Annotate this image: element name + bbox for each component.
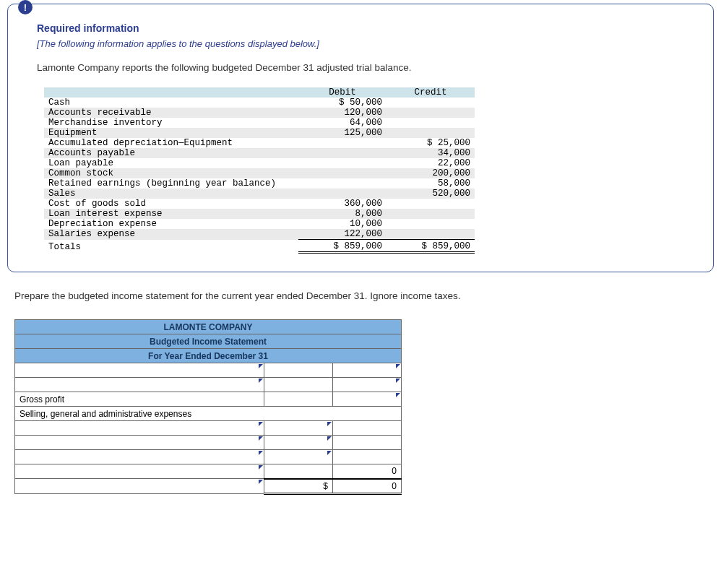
trial-debit — [298, 189, 387, 199]
income-statement-table: LAMONTE COMPANY Budgeted Income Statemen… — [14, 319, 402, 495]
trial-debit: $ 50,000 — [298, 98, 387, 108]
income-blank-cell — [333, 421, 402, 436]
trial-debit: 122,000 — [298, 229, 387, 240]
income-expense2-amount[interactable] — [264, 436, 333, 450]
prepare-prompt: Prepare the budgeted income statement fo… — [14, 290, 714, 301]
income-gross-profit-amount[interactable] — [333, 392, 402, 407]
trial-credit — [387, 199, 475, 209]
trial-credit — [387, 219, 475, 229]
required-description: Lamonte Company reports the following bu… — [37, 62, 691, 73]
income-header-company: LAMONTE COMPANY — [15, 320, 402, 334]
trial-debit: 360,000 — [298, 199, 387, 209]
income-total-exp-select[interactable] — [15, 464, 264, 479]
income-cogs-select[interactable] — [15, 378, 264, 392]
trial-credit: 34,000 — [387, 148, 475, 158]
trial-total-credit: $ 859,000 — [387, 240, 475, 253]
trial-credit — [387, 128, 475, 138]
trial-acct: Accounts payable — [44, 148, 298, 158]
trial-balance-table: Debit Credit Cash$ 50,000 Accounts recei… — [44, 87, 475, 254]
trial-credit-header: Credit — [387, 87, 475, 98]
income-gross-profit-label: Gross profit — [15, 392, 264, 407]
income-expense1-select[interactable] — [15, 421, 264, 436]
income-blank-cell — [333, 450, 402, 464]
income-blank-cell — [264, 464, 333, 479]
trial-debit — [298, 148, 387, 158]
income-expense3-amount[interactable] — [264, 450, 333, 464]
trial-debit — [298, 138, 387, 148]
income-sga-header: Selling, general and administrative expe… — [15, 407, 402, 421]
income-sales-select[interactable] — [15, 363, 264, 378]
income-total-exp-value: 0 — [333, 464, 402, 479]
trial-credit — [387, 229, 475, 240]
page: ! Required information [The following in… — [0, 0, 721, 516]
trial-credit — [387, 209, 475, 219]
income-blank-cell — [264, 363, 333, 378]
trial-debit: 64,000 — [298, 118, 387, 128]
income-net-select[interactable] — [15, 479, 264, 494]
trial-acct: Cash — [44, 98, 298, 108]
trial-blank-header — [44, 87, 298, 98]
income-header-title: Budgeted Income Statement — [15, 334, 402, 349]
trial-acct: Loan payable — [44, 158, 298, 168]
trial-total-debit: $ 859,000 — [298, 240, 387, 253]
trial-debit: 8,000 — [298, 209, 387, 219]
income-expense2-select[interactable] — [15, 436, 264, 450]
trial-acct: Salaries expense — [44, 229, 298, 240]
income-net-value: 0 — [333, 479, 402, 494]
trial-acct: Sales — [44, 189, 298, 199]
trial-debit: 120,000 — [298, 108, 387, 118]
income-expense3-select[interactable] — [15, 450, 264, 464]
trial-acct: Accounts receivable — [44, 108, 298, 118]
income-blank-cell — [264, 392, 333, 407]
trial-credit: 58,000 — [387, 178, 475, 189]
trial-credit — [387, 98, 475, 108]
trial-acct: Common stock — [44, 168, 298, 178]
trial-acct: Retained earnings (beginning year balanc… — [44, 178, 298, 189]
required-subtitle: [The following information applies to th… — [37, 38, 691, 49]
income-blank-cell — [333, 436, 402, 450]
trial-credit: 200,000 — [387, 168, 475, 178]
trial-debit-header: Debit — [298, 87, 387, 98]
income-sales-amount[interactable] — [333, 363, 402, 378]
trial-debit: 125,000 — [298, 128, 387, 138]
trial-debit: 10,000 — [298, 219, 387, 229]
trial-credit — [387, 118, 475, 128]
trial-debit — [298, 168, 387, 178]
required-info-box: ! Required information [The following in… — [7, 4, 714, 272]
trial-acct: Depreciation expense — [44, 219, 298, 229]
income-header-period: For Year Ended December 31 — [15, 349, 402, 363]
required-title: Required information — [37, 22, 691, 34]
trial-acct: Cost of goods sold — [44, 199, 298, 209]
income-blank-cell — [264, 378, 333, 392]
exclamation-icon: ! — [18, 0, 33, 14]
trial-acct: Loan interest expense — [44, 209, 298, 219]
trial-credit — [387, 108, 475, 118]
trial-debit — [298, 158, 387, 168]
income-expense1-amount[interactable] — [264, 421, 333, 436]
trial-acct: Equipment — [44, 128, 298, 138]
trial-acct: Merchandise inventory — [44, 118, 298, 128]
trial-debit — [298, 178, 387, 189]
income-net-dollar: $ — [264, 479, 333, 494]
trial-credit: 22,000 — [387, 158, 475, 168]
trial-total-label: Totals — [44, 240, 298, 253]
trial-credit: 520,000 — [387, 189, 475, 199]
income-cogs-amount[interactable] — [333, 378, 402, 392]
trial-credit: $ 25,000 — [387, 138, 475, 148]
trial-acct: Accumulated depreciation—Equipment — [44, 138, 298, 148]
